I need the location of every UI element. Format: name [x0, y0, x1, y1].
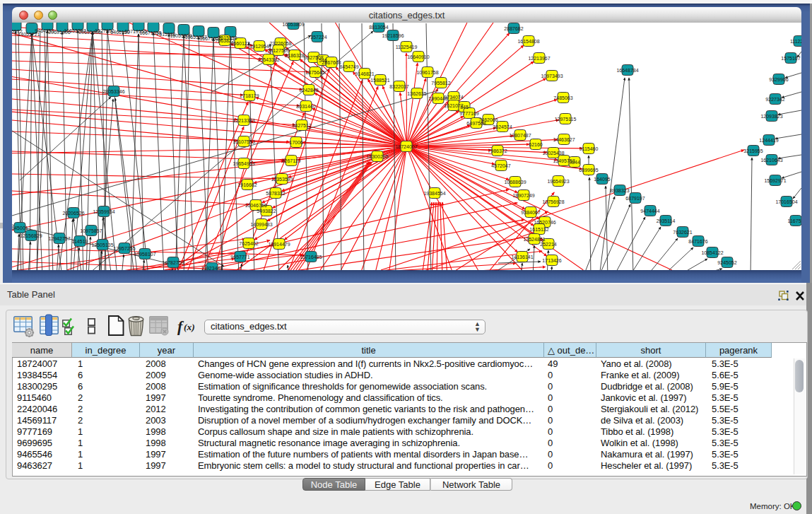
- svg-text:18907249: 18907249: [512, 193, 534, 198]
- svg-text:19654963: 19654963: [233, 161, 254, 166]
- svg-text:5493822: 5493822: [257, 209, 276, 214]
- svg-text:2887682: 2887682: [504, 26, 523, 31]
- svg-text:8322037: 8322037: [389, 84, 408, 89]
- svg-text:17957255: 17957255: [113, 246, 135, 251]
- svg-text:19218596: 19218596: [382, 33, 404, 38]
- svg-text:12975115: 12975115: [555, 117, 577, 122]
- svg-text:164095: 164095: [594, 177, 610, 182]
- svg-text:12213967: 12213967: [528, 56, 550, 61]
- svg-text:12093823: 12093823: [760, 114, 782, 119]
- svg-text:12505135: 12505135: [91, 243, 113, 247]
- svg-text:15692971: 15692971: [764, 178, 786, 183]
- svg-text:10025438: 10025438: [542, 151, 564, 156]
- svg-text:7955812: 7955812: [431, 81, 450, 86]
- svg-text:7986372: 7986372: [488, 148, 507, 153]
- svg-text:19654923: 19654923: [547, 179, 569, 184]
- svg-text:18724007: 18724007: [395, 144, 417, 149]
- svg-text:14099483: 14099483: [250, 222, 272, 227]
- svg-text:1244419: 1244419: [759, 138, 778, 143]
- svg-text:1112205: 1112205: [790, 39, 801, 44]
- svg-text:7485063: 7485063: [553, 95, 572, 100]
- svg-text:18127509: 18127509: [267, 48, 289, 53]
- svg-text:10688639: 10688639: [504, 180, 526, 185]
- svg-text:7462066: 7462066: [478, 117, 498, 122]
- svg-text:8660123: 8660123: [230, 41, 249, 46]
- svg-text:1575107: 1575107: [781, 56, 800, 61]
- svg-text:12942757: 12942757: [48, 236, 70, 241]
- svg-text:7625402: 7625402: [239, 241, 258, 246]
- svg-text:8813054: 8813054: [369, 25, 388, 30]
- svg-text:1875645: 1875645: [305, 70, 324, 75]
- svg-text:8031440: 8031440: [296, 104, 315, 109]
- svg-text:10973493: 10973493: [541, 74, 563, 78]
- svg-text:6899695: 6899695: [579, 168, 598, 173]
- svg-text:9384067: 9384067: [521, 210, 540, 215]
- svg-text:16107553: 16107553: [233, 139, 254, 144]
- svg-text:7357224: 7357224: [307, 35, 326, 40]
- svg-text:114519: 114519: [72, 239, 88, 244]
- svg-text:16520746: 16520746: [534, 220, 555, 225]
- svg-text:10543382: 10543382: [257, 57, 279, 62]
- svg-text:8471676: 8471676: [688, 239, 707, 244]
- svg-text:9242848: 9242848: [299, 88, 318, 93]
- svg-text:2867608: 2867608: [322, 60, 341, 65]
- svg-text:10975857: 10975857: [80, 228, 102, 233]
- svg-text:14136141: 14136141: [511, 255, 533, 259]
- svg-text:15716485: 15716485: [300, 255, 322, 259]
- svg-text:10756928: 10756928: [542, 199, 564, 204]
- svg-text:9734074: 9734074: [444, 95, 463, 100]
- svg-text:1588521: 1588521: [370, 78, 389, 83]
- svg-text:19384554: 19384554: [423, 191, 445, 196]
- svg-text:18914479: 18914479: [268, 242, 290, 247]
- svg-text:11325419: 11325419: [396, 45, 418, 49]
- svg-text:12213383: 12213383: [233, 118, 254, 123]
- svg-text:116753: 116753: [788, 218, 801, 223]
- svg-text:28053346: 28053346: [102, 89, 124, 94]
- svg-text:9427512: 9427512: [292, 123, 311, 128]
- svg-text:1615132: 1615132: [529, 227, 548, 232]
- svg-text:23226058: 23226058: [269, 41, 291, 46]
- svg-text:9245052: 9245052: [717, 260, 736, 265]
- svg-text:10807487: 10807487: [509, 133, 531, 138]
- svg-text:8186328: 8186328: [285, 53, 304, 58]
- svg-text:10961758: 10961758: [416, 70, 438, 75]
- svg-text:8938323: 8938323: [610, 188, 629, 193]
- svg-text:3624574: 3624574: [493, 124, 512, 129]
- svg-text:7632621: 7632621: [673, 230, 692, 235]
- svg-text:9844: 9844: [569, 160, 580, 165]
- svg-text:13524851: 13524851: [523, 237, 545, 242]
- svg-text:2935114: 2935114: [657, 218, 676, 223]
- svg-text:16648784: 16648784: [616, 68, 638, 73]
- svg-text:(x): (x): [184, 322, 195, 332]
- svg-text:9329906: 9329906: [769, 77, 788, 82]
- svg-text:17006: 17006: [289, 140, 303, 145]
- svg-text:1362635: 1362635: [407, 91, 426, 96]
- svg-text:8267110: 8267110: [282, 158, 301, 163]
- svg-text:9474444: 9474444: [640, 209, 659, 214]
- svg-text:3215955: 3215955: [743, 148, 763, 153]
- svg-text:1713426: 1713426: [542, 258, 561, 263]
- svg-text:845: 845: [460, 105, 469, 110]
- svg-text:16210643: 16210643: [760, 158, 782, 163]
- svg-text:12359934: 12359934: [93, 209, 114, 214]
- svg-text:16154808: 16154808: [517, 39, 539, 44]
- svg-text:62160: 62160: [529, 142, 543, 147]
- svg-text:14463627: 14463627: [553, 137, 575, 142]
- svg-text:20206526: 20206526: [62, 211, 84, 216]
- svg-text:3912954: 3912954: [249, 44, 269, 49]
- svg-text:10958107: 10958107: [134, 252, 155, 257]
- svg-text:9227342: 9227342: [765, 97, 784, 102]
- svg-text:11923448: 11923448: [201, 266, 223, 271]
- svg-text:8454749: 8454749: [339, 64, 358, 69]
- svg-text:1916682: 1916682: [237, 182, 257, 187]
- svg-text:845001: 845001: [12, 226, 28, 230]
- svg-text:10046766: 10046766: [245, 203, 266, 208]
- svg-text:16640910: 16640910: [407, 54, 429, 59]
- svg-text:10854122: 10854122: [701, 250, 723, 255]
- svg-text:9777169: 9777169: [459, 111, 478, 116]
- svg-text:16782759: 16782759: [162, 260, 184, 265]
- svg-text:2718179: 2718179: [240, 93, 259, 98]
- svg-text:9115460: 9115460: [579, 146, 599, 151]
- svg-text:5878332: 5878332: [266, 191, 285, 196]
- svg-text:9657771: 9657771: [230, 255, 249, 259]
